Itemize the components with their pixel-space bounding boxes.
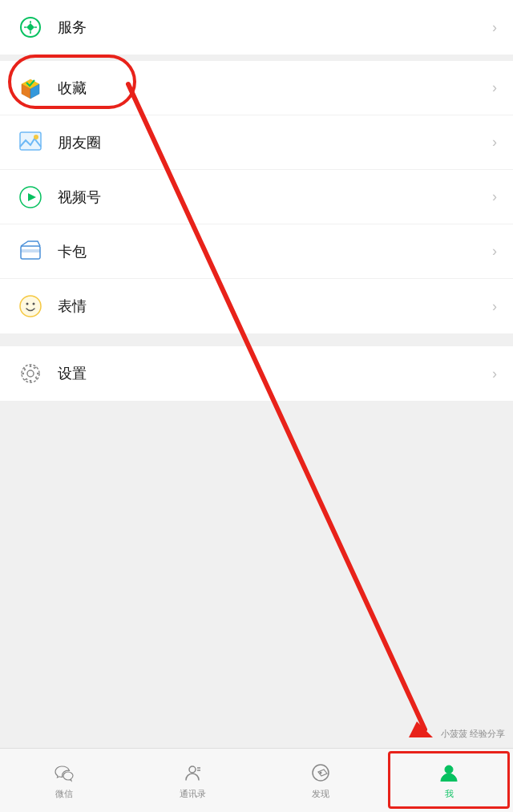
svg-marker-8 [28, 193, 36, 201]
tab-contacts[interactable]: 通讯录 [128, 749, 256, 812]
video-label: 视频号 [58, 188, 492, 207]
wechat-tab-icon [52, 761, 76, 785]
moments-icon [16, 128, 45, 157]
tab-me[interactable]: 我 [385, 749, 513, 812]
tab-discover[interactable]: 发现 [256, 749, 385, 812]
emoji-label: 表情 [58, 297, 492, 316]
svg-point-6 [34, 135, 38, 139]
svg-point-12 [26, 303, 29, 305]
moments-chevron: › [492, 134, 497, 151]
contacts-tab-label: 通讯录 [180, 788, 206, 800]
me-tab-label: 我 [445, 788, 454, 800]
menu-item-emoji[interactable]: 表情 › [0, 279, 513, 333]
svg-point-24 [445, 766, 453, 774]
moments-label: 朋友圈 [58, 133, 492, 152]
svg-rect-10 [21, 249, 40, 252]
menu-item-collect[interactable]: 收藏 › [0, 61, 513, 115]
video-icon [16, 183, 45, 212]
wallet-icon [16, 237, 45, 266]
service-icon [16, 13, 45, 42]
wechat-tab-label: 微信 [55, 788, 73, 800]
tab-bar: 微信 通讯录 发现 我 [0, 748, 513, 812]
svg-point-23 [320, 772, 322, 774]
contacts-tab-icon [180, 761, 204, 785]
menu-item-video[interactable]: 视频号 › [0, 170, 513, 224]
video-chevron: › [492, 188, 497, 205]
collect-chevron: › [492, 79, 497, 96]
svg-marker-17 [409, 721, 433, 737]
settings-label: 设置 [58, 364, 492, 383]
tab-wechat[interactable]: 微信 [0, 749, 128, 812]
emoji-icon [16, 292, 45, 321]
svg-point-18 [189, 766, 196, 773]
menu-item-moments[interactable]: 朋友圈 › [0, 115, 513, 170]
service-chevron: › [492, 19, 497, 36]
discover-tab-label: 发现 [312, 788, 329, 800]
menu-item-wallet[interactable]: 卡包 › [0, 224, 513, 279]
wallet-chevron: › [492, 243, 497, 260]
service-label: 服务 [58, 18, 492, 37]
menu-item-settings[interactable]: 设置 › [0, 346, 513, 401]
emoji-chevron: › [492, 298, 497, 315]
spacer [0, 340, 513, 346]
svg-point-11 [20, 296, 41, 317]
settings-icon [16, 359, 45, 388]
settings-chevron: › [492, 366, 497, 382]
collect-icon [16, 74, 45, 103]
svg-point-14 [27, 370, 34, 377]
menu-item-service[interactable]: 服务 › [0, 0, 513, 55]
discover-tab-icon [309, 761, 333, 785]
svg-rect-5 [20, 132, 41, 150]
watermark: 小菠菠 经验分享 [441, 728, 505, 740]
svg-point-15 [22, 365, 39, 382]
collect-label: 收藏 [58, 79, 492, 98]
wallet-label: 卡包 [58, 242, 492, 261]
svg-point-13 [33, 303, 35, 305]
me-tab-icon [437, 761, 461, 785]
